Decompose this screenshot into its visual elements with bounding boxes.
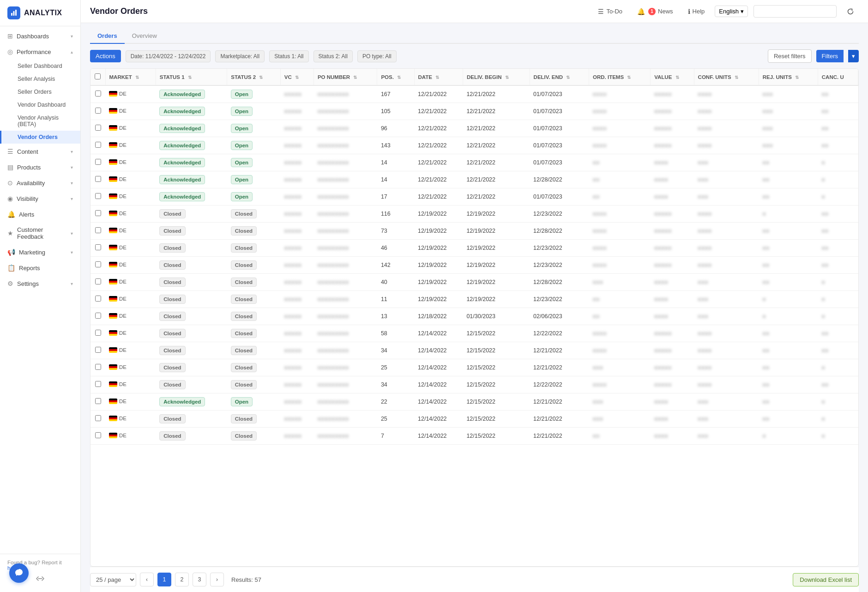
- row-checkbox[interactable]: [95, 261, 101, 267]
- table-row[interactable]: DE Acknowledged Open ●●●●● ●●●●●●●●● 14 …: [90, 154, 858, 171]
- col-value[interactable]: VALUE ⇅: [651, 69, 694, 85]
- table-row[interactable]: DE Closed Closed ●●●●● ●●●●●●●●● 116 12/…: [90, 205, 858, 223]
- table-row[interactable]: DE Closed Closed ●●●●● ●●●●●●●●● 7 12/14…: [90, 428, 858, 445]
- row-checkbox[interactable]: [95, 193, 101, 199]
- col-vc[interactable]: VC ⇅: [280, 69, 313, 85]
- table-row[interactable]: DE Closed Closed ●●●●● ●●●●●●●●● 46 12/1…: [90, 240, 858, 257]
- nav-settings[interactable]: ⚙ Settings ▾: [0, 276, 80, 291]
- row-checkbox[interactable]: [95, 364, 101, 370]
- nav-marketing[interactable]: 📢 Marketing ▾: [0, 244, 80, 260]
- sidebar-item-seller-dashboard[interactable]: Seller Dashboard: [0, 60, 80, 72]
- nav-performance[interactable]: ◎ Performance ▴: [0, 44, 80, 60]
- table-row[interactable]: DE Acknowledged Open ●●●●● ●●●●●●●●● 105…: [90, 103, 858, 120]
- sidebar-item-vendor-analysis[interactable]: Vendor Analysis (BETA): [0, 111, 80, 131]
- row-checkbox[interactable]: [95, 125, 101, 131]
- nav-reports[interactable]: 📋 Reports: [0, 260, 80, 276]
- table-row[interactable]: DE Closed Closed ●●●●● ●●●●●●●●● 142 12/…: [90, 257, 858, 274]
- refresh-button[interactable]: [842, 6, 859, 18]
- table-row[interactable]: DE Closed Closed ●●●●● ●●●●●●●●● 34 12/1…: [90, 342, 858, 359]
- row-checkbox[interactable]: [95, 159, 101, 165]
- reset-filters-button[interactable]: Reset filters: [768, 49, 812, 63]
- table-row[interactable]: DE Closed Closed ●●●●● ●●●●●●●●● 73 12/1…: [90, 223, 858, 240]
- col-deliv-begin[interactable]: DELIV. BEGIN ⇅: [463, 69, 530, 85]
- sidebar-item-vendor-dashboard[interactable]: Vendor Dashboard: [0, 98, 80, 111]
- download-excel-button[interactable]: Download Excel list: [793, 573, 859, 586]
- todo-button[interactable]: ☰ To-Do: [593, 6, 627, 18]
- col-market[interactable]: MARKET ⇅: [105, 69, 156, 85]
- row-checkbox[interactable]: [95, 278, 101, 284]
- col-date[interactable]: DATE ⇅: [414, 69, 463, 85]
- row-checkbox[interactable]: [95, 142, 101, 148]
- col-canc-u[interactable]: CANC. U: [818, 69, 858, 85]
- table-row[interactable]: DE Closed Closed ●●●●● ●●●●●●●●● 13 12/1…: [90, 308, 858, 325]
- filters-button[interactable]: Filters: [816, 50, 844, 62]
- tab-overview[interactable]: Overview: [125, 29, 164, 44]
- row-checkbox[interactable]: [95, 432, 101, 438]
- col-deliv-end[interactable]: DELIV. END ⇅: [530, 69, 589, 85]
- row-checkbox[interactable]: [95, 330, 101, 336]
- row-checkbox[interactable]: [95, 415, 101, 421]
- row-checkbox[interactable]: [95, 210, 101, 216]
- sidebar-item-vendor-orders[interactable]: Vendor Orders: [0, 131, 80, 144]
- row-checkbox[interactable]: [95, 347, 101, 353]
- row-checkbox[interactable]: [95, 313, 101, 319]
- actions-button[interactable]: Actions: [90, 50, 121, 62]
- table-row[interactable]: DE Acknowledged Open ●●●●● ●●●●●●●●● 167…: [90, 85, 858, 103]
- news-button[interactable]: 🔔 1 News: [633, 6, 678, 18]
- nav-availability[interactable]: ⊙ Availability ▾: [0, 175, 80, 191]
- table-row[interactable]: DE Closed Closed ●●●●● ●●●●●●●●● 34 12/1…: [90, 376, 858, 393]
- col-status1[interactable]: STATUS 1 ⇅: [156, 69, 227, 85]
- table-row[interactable]: DE Acknowledged Open ●●●●● ●●●●●●●●● 22 …: [90, 393, 858, 411]
- status2-filter[interactable]: Status 2: All: [313, 50, 353, 62]
- col-pos[interactable]: POS. ⇅: [377, 69, 414, 85]
- marketplace-filter[interactable]: Marketplace: All: [215, 50, 265, 62]
- row-checkbox[interactable]: [95, 381, 101, 387]
- sidebar-item-seller-analysis[interactable]: Seller Analysis: [0, 72, 80, 85]
- row-checkbox[interactable]: [95, 244, 101, 250]
- tab-orders[interactable]: Orders: [90, 29, 125, 44]
- po-type-filter[interactable]: PO type: All: [357, 50, 397, 62]
- date-filter[interactable]: Date: 11/24/2022 - 12/24/2022: [126, 50, 211, 62]
- row-checkbox[interactable]: [95, 108, 101, 114]
- select-all-checkbox[interactable]: [95, 73, 101, 79]
- row-checkbox[interactable]: [95, 398, 101, 404]
- status1-filter[interactable]: Status 1: All: [269, 50, 308, 62]
- search-input[interactable]: [753, 5, 837, 18]
- filters-dropdown-button[interactable]: ▾: [848, 50, 859, 62]
- page-3-button[interactable]: 3: [193, 573, 206, 586]
- row-checkbox[interactable]: [95, 91, 101, 97]
- sidebar-item-seller-orders[interactable]: Seller Orders: [0, 85, 80, 98]
- nav-customer-feedback[interactable]: ★ Customer Feedback ▾: [0, 222, 80, 244]
- help-button[interactable]: ℹ Help: [683, 6, 710, 18]
- col-po-number[interactable]: PO NUMBER ⇅: [313, 69, 377, 85]
- col-status2[interactable]: STATUS 2 ⇅: [227, 69, 281, 85]
- per-page-select[interactable]: 25 / page 10 / page 50 / page 100 / page: [90, 573, 136, 586]
- table-row[interactable]: DE Closed Closed ●●●●● ●●●●●●●●● 58 12/1…: [90, 325, 858, 342]
- col-rej-units[interactable]: REJ. UNITS ⇅: [759, 69, 818, 85]
- table-row[interactable]: DE Closed Closed ●●●●● ●●●●●●●●● 11 12/1…: [90, 291, 858, 308]
- next-page-button[interactable]: ›: [210, 573, 224, 586]
- nav-dashboards[interactable]: ⊞ Dashboards ▾: [0, 28, 80, 44]
- col-conf-units[interactable]: CONF. UNITS ⇅: [694, 69, 759, 85]
- page-1-button[interactable]: 1: [157, 573, 171, 586]
- page-2-button[interactable]: 2: [175, 573, 189, 586]
- table-row[interactable]: DE Acknowledged Open ●●●●● ●●●●●●●●● 17 …: [90, 188, 858, 205]
- nav-alerts[interactable]: 🔔 Alerts: [0, 206, 80, 222]
- table-row[interactable]: DE Acknowledged Open ●●●●● ●●●●●●●●● 96 …: [90, 120, 858, 137]
- col-checkbox[interactable]: [90, 69, 105, 85]
- table-row[interactable]: DE Closed Closed ●●●●● ●●●●●●●●● 40 12/1…: [90, 274, 858, 291]
- table-row[interactable]: DE Acknowledged Open ●●●●● ●●●●●●●●● 14 …: [90, 171, 858, 188]
- row-checkbox[interactable]: [95, 296, 101, 302]
- nav-visibility[interactable]: ◉ Visibility ▾: [0, 191, 80, 206]
- row-checkbox[interactable]: [95, 176, 101, 182]
- col-ord-items[interactable]: ORD. ITEMS ⇅: [589, 69, 651, 85]
- nav-content[interactable]: ☰ Content ▾: [0, 144, 80, 159]
- table-row[interactable]: DE Closed Closed ●●●●● ●●●●●●●●● 25 12/1…: [90, 359, 858, 376]
- chat-button[interactable]: [9, 563, 29, 583]
- row-checkbox[interactable]: [95, 227, 101, 233]
- table-row[interactable]: DE Closed Closed ●●●●● ●●●●●●●●● 25 12/1…: [90, 411, 858, 428]
- prev-page-button[interactable]: ‹: [140, 573, 154, 586]
- table-row[interactable]: DE Acknowledged Open ●●●●● ●●●●●●●●● 143…: [90, 137, 858, 154]
- nav-products[interactable]: ▤ Products ▾: [0, 159, 80, 175]
- language-selector[interactable]: English ▾: [715, 6, 748, 17]
